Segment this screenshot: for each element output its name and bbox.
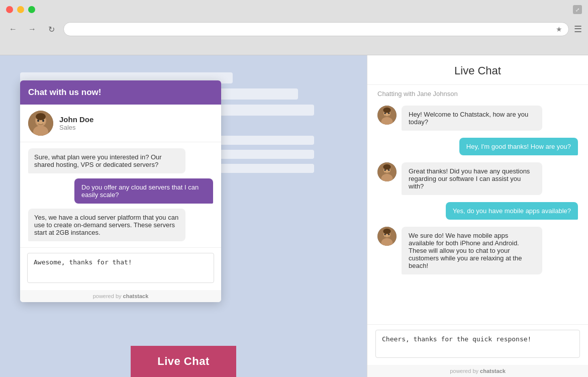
footer-text: powered by — [93, 293, 123, 299]
refresh-button[interactable]: ↻ — [44, 22, 58, 36]
agent-row: John Doe Sales — [20, 105, 221, 142]
right-bubble-3: Great thanks! Did you have any questions… — [402, 162, 542, 195]
chat-message-1: Sure, what plan were you interested in? … — [28, 148, 185, 173]
agent-avatar-svg — [28, 111, 53, 136]
svg-point-6 — [36, 113, 46, 120]
back-button[interactable]: ← — [6, 22, 20, 36]
browser-chrome: ⤢ ← → ↻ ★ ☰ — [0, 0, 588, 55]
fullscreen-icon[interactable]: ⤢ — [573, 5, 582, 14]
right-bubble-4: Yes, do you have mobile apps available? — [446, 202, 578, 220]
agent-avatar — [28, 111, 53, 136]
right-agent-avatar-svg-5 — [377, 227, 397, 246]
right-message-row-3: Great thanks! Did you have any questions… — [377, 162, 578, 195]
right-panel-header: Live Chat — [367, 55, 588, 85]
agent-name: John Doe — [59, 115, 93, 124]
right-bubble-5: We sure do! We have mobile apps availabl… — [402, 227, 542, 274]
page: Chat with us now! — [0, 55, 588, 377]
chat-input-area[interactable]: Awesome, thanks for that! — [20, 247, 221, 290]
live-chat-btn-container: Live Chat — [131, 346, 236, 377]
right-agent-avatar-5 — [377, 227, 397, 246]
svg-point-12 — [383, 108, 390, 113]
chat-footer: powered by chatstack — [20, 290, 221, 302]
right-agent-avatar-svg-3 — [377, 162, 397, 181]
right-agent-avatar-3 — [377, 162, 397, 181]
agent-info: John Doe Sales — [59, 115, 93, 131]
chat-widget-header: Chat with us now! — [20, 80, 221, 105]
right-footer-text: powered by — [450, 368, 480, 374]
live-chat-button[interactable]: Live Chat — [131, 346, 236, 377]
window-controls — [6, 6, 35, 13]
chat-input[interactable]: Awesome, thanks for that! — [27, 253, 214, 283]
right-bubble-1: Hey! Welcome to Chatstack, how are you t… — [402, 106, 542, 131]
bookmark-icon[interactable]: ★ — [556, 25, 562, 33]
right-input-area[interactable]: Cheers, thanks for the quick response! — [367, 324, 588, 365]
chat-message-3: Yes, we have a cloud server platform tha… — [28, 209, 185, 241]
agent-dept: Sales — [59, 124, 93, 131]
right-panel-title: Live Chat — [454, 64, 501, 77]
right-message-row-5: We sure do! We have mobile apps availabl… — [377, 227, 578, 274]
chat-messages: Sure, what plan were you interested in? … — [20, 142, 221, 247]
right-footer: powered by chatstack — [367, 365, 588, 377]
chatting-with: Chatting with Jane Johnson — [367, 85, 588, 101]
minimize-window-btn[interactable] — [17, 6, 24, 13]
right-agent-avatar-1 — [377, 106, 397, 125]
url-icons: ★ — [556, 25, 562, 33]
right-message-row-4: Yes, do you have mobile apps available? — [377, 202, 578, 220]
right-message-row-1: Hey! Welcome to Chatstack, how are you t… — [377, 106, 578, 131]
close-window-btn[interactable] — [6, 6, 13, 13]
url-bar[interactable]: ★ — [63, 22, 569, 36]
right-chat-input[interactable]: Cheers, thanks for the quick response! — [375, 330, 580, 358]
website-mockup: Chat with us now! — [0, 55, 367, 377]
title-bar: ⤢ — [0, 0, 588, 19]
right-message-row-2: Hey, I'm good thanks! How are you? — [377, 138, 578, 155]
maximize-window-btn[interactable] — [28, 6, 35, 13]
svg-point-24 — [383, 229, 390, 234]
right-bubble-2: Hey, I'm good thanks! How are you? — [459, 138, 578, 155]
right-agent-avatar-svg-1 — [377, 106, 397, 125]
nav-bar: ← → ↻ ★ ☰ — [0, 19, 588, 39]
chat-message-2: Do you offer any cloud servers that I ca… — [74, 178, 213, 204]
chat-widget: Chat with us now! — [20, 80, 221, 302]
menu-icon[interactable]: ☰ — [574, 24, 582, 35]
right-footer-brand: chatstack — [480, 368, 506, 374]
footer-brand: chatstack — [123, 293, 149, 299]
right-messages: Hey! Welcome to Chatstack, how are you t… — [367, 101, 588, 324]
chat-widget-title: Chat with us now! — [28, 87, 101, 98]
svg-point-18 — [383, 164, 390, 170]
skeleton-bar-6 — [216, 164, 314, 173]
forward-button[interactable]: → — [25, 22, 39, 36]
right-panel: Live Chat Chatting with Jane Johnson — [367, 55, 588, 377]
agent-avatar-face — [28, 111, 53, 136]
